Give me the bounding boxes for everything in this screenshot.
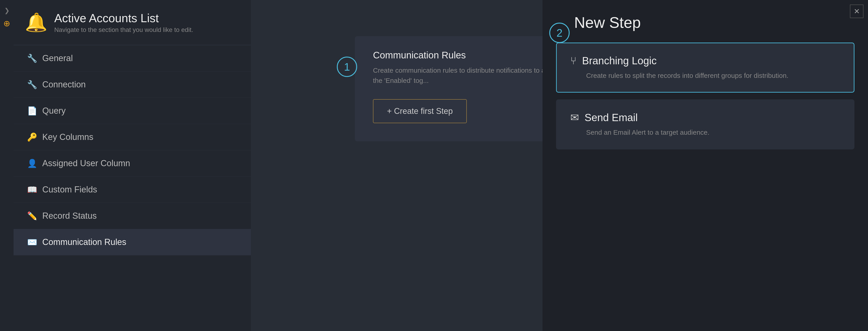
- sidebar-toggle-strip: ❯ ⊕: [0, 0, 13, 331]
- sidebar-item-label: Key Columns: [42, 132, 93, 142]
- step-bubble-1: 1: [337, 57, 357, 77]
- send-email-title: Send Email: [585, 111, 638, 123]
- branching-icon: ⑂: [570, 55, 577, 67]
- sidebar-item-label: Communication Rules: [42, 237, 126, 247]
- step-bubble-2: 2: [549, 23, 569, 43]
- sidebar-item-label: Record Status: [42, 211, 97, 221]
- app-title: Active Accounts List: [54, 11, 193, 25]
- sidebar-item-record-status[interactable]: ✏️ Record Status: [13, 203, 251, 229]
- sidebar-item-query[interactable]: 📄 Query: [13, 98, 251, 124]
- sidebar-item-connection[interactable]: 🔧 Connection: [13, 72, 251, 98]
- sidebar-item-assigned-user[interactable]: 👤 Assigned User Column: [13, 150, 251, 176]
- send-email-desc: Send an Email Alert to a target audience…: [570, 127, 840, 137]
- send-email-header: ✉ Send Email: [570, 111, 840, 123]
- email-nav-icon: ✉️: [27, 238, 37, 247]
- key-icon: 🔑: [27, 133, 37, 142]
- app-title-block: Active Accounts List Navigate to the sec…: [54, 11, 193, 33]
- branching-logic-header: ⑂ Branching Logic: [570, 55, 840, 67]
- sidebar-item-general[interactable]: 🔧 General: [13, 45, 251, 72]
- sidebar-item-label: Query: [42, 106, 66, 116]
- add-icon[interactable]: ⊕: [3, 19, 10, 28]
- new-step-title: New Step: [574, 13, 855, 31]
- sidebar-item-label: General: [42, 53, 73, 63]
- send-email-option[interactable]: ✉ Send Email Send an Email Alert to a ta…: [556, 100, 855, 149]
- app-header: 🔔 Active Accounts List Navigate to the s…: [13, 11, 251, 45]
- close-button[interactable]: ✕: [850, 4, 864, 18]
- center-panel: 1 Communication Rules Create communicati…: [251, 0, 542, 331]
- sidebar-item-label: Custom Fields: [42, 185, 97, 194]
- file-icon: 📄: [27, 106, 37, 116]
- left-panel: 🔔 Active Accounts List Navigate to the s…: [13, 0, 251, 331]
- book-icon: 📖: [27, 185, 37, 194]
- branching-logic-option[interactable]: ⑂ Branching Logic Create rules to split …: [556, 43, 855, 92]
- sidebar-item-communication-rules[interactable]: ✉️ Communication Rules: [13, 229, 251, 255]
- branching-logic-desc: Create rules to split the records into d…: [570, 71, 840, 81]
- right-panel: ✕ 2 New Step ⑂ Branching Logic Create ru…: [542, 0, 868, 331]
- sidebar-item-key-columns[interactable]: 🔑 Key Columns: [13, 124, 251, 150]
- sidebar-item-custom-fields[interactable]: 📖 Custom Fields: [13, 176, 251, 203]
- nav-list: 🔧 General 🔧 Connection 📄 Query 🔑 Key Col…: [13, 45, 251, 331]
- main-container: 🔔 Active Accounts List Navigate to the s…: [13, 0, 868, 331]
- sidebar-item-label: Connection: [42, 80, 86, 89]
- branching-logic-title: Branching Logic: [582, 55, 657, 67]
- wrench-icon: 🔧: [27, 54, 37, 63]
- pencil-icon: ✏️: [27, 211, 37, 221]
- chevron-right-icon[interactable]: ❯: [4, 7, 9, 14]
- create-first-step-button[interactable]: + Create first Step: [373, 99, 467, 123]
- user-icon: 👤: [27, 159, 37, 168]
- sidebar-item-label: Assigned User Column: [42, 159, 130, 168]
- bell-icon: 🔔: [25, 12, 48, 33]
- wrench-icon-2: 🔧: [27, 80, 37, 89]
- send-email-icon: ✉: [570, 111, 579, 123]
- app-subtitle: Navigate to the section that you would l…: [54, 26, 193, 33]
